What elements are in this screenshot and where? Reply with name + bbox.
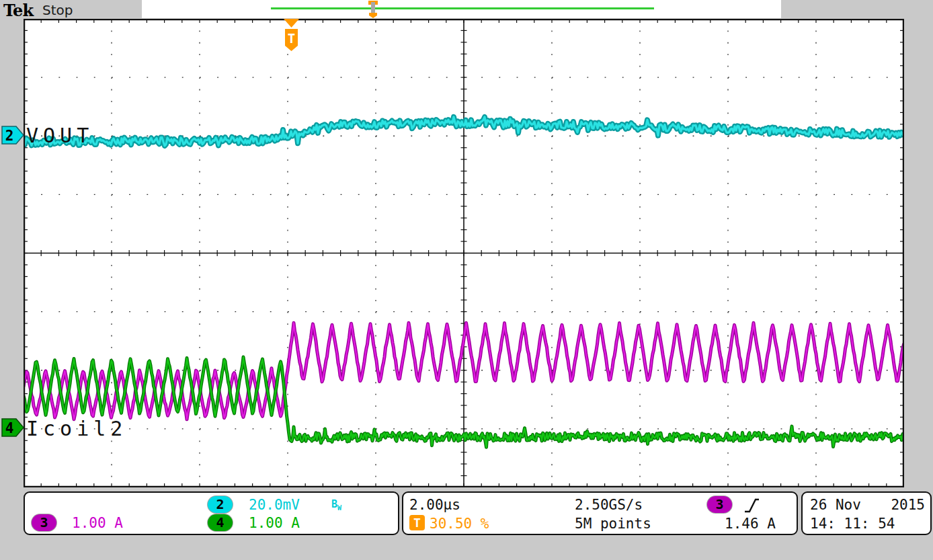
ch3-badge: 3 (32, 514, 56, 531)
bw-b: B (331, 498, 337, 510)
ch2-bandwidth-indicator: BW (331, 498, 341, 512)
ch4-scale: 1.00 A (249, 515, 300, 531)
bw-w: W (337, 504, 341, 512)
ch2-scale: 20.0mV (249, 497, 300, 513)
icoil2-label: Icoil2 (26, 417, 127, 440)
message-strip (142, 0, 781, 18)
channel4-marker-number: 4 (5, 420, 14, 436)
time-text: 14: 11: 54 (810, 516, 895, 532)
graticule-and-waveforms (24, 19, 904, 487)
ch2-badge: 2 (208, 496, 233, 513)
trigger-position-percent: 30.50 % (430, 516, 489, 532)
datetime-box: 26 Nov 2015 14: 11: 54 (801, 491, 932, 535)
trigger-level: 1.46 A (725, 516, 776, 532)
vout-label: VOUT (26, 124, 93, 147)
record-trigger-position-icon (368, 1, 378, 19)
channel2-marker-number: 2 (5, 128, 14, 144)
trigger-source-badge: 3 (707, 496, 732, 513)
ch3-scale: 1.00 A (72, 515, 123, 531)
record-length: 5M points (575, 516, 651, 532)
record-view-bar (271, 7, 654, 9)
trigger-marker-letter: T (288, 31, 295, 46)
vertical-readout-box: 2 20.0mV BW 3 1.00 A 4 1.00 A (24, 491, 399, 535)
acquisition-status: Stop (42, 2, 73, 18)
ch4-badge: 4 (208, 514, 233, 531)
year-text: 2015 (891, 497, 925, 513)
sample-rate: 2.50GS/s (575, 497, 643, 513)
trigger-position-badge: T (409, 515, 425, 530)
date-text: 26 Nov (810, 497, 861, 513)
channel4-position-marker: 4 (1, 417, 24, 438)
channel2-position-marker: 2 (1, 125, 24, 145)
top-status-bar: Tek Stop (0, 0, 933, 19)
trigger-slope-rising-icon (743, 495, 760, 514)
timebase-scale: 2.00µs (409, 497, 460, 513)
tek-logo: Tek (3, 1, 33, 20)
horizontal-trigger-readout-box: 2.00µs 2.50GS/s 3 T 30.50 % 5M points 1.… (402, 491, 798, 535)
trigger-position-marker: T (282, 19, 300, 52)
